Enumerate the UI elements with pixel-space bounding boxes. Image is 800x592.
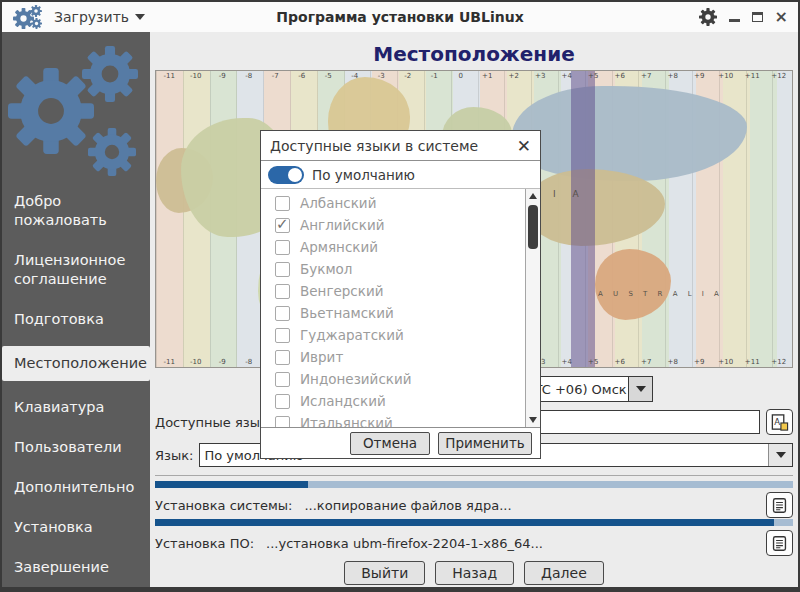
next-button[interactable]: Далее [524,561,604,585]
sidebar-item[interactable]: Подготовка [2,306,150,333]
titlebar: Загрузить Программа установки UBLinux × [2,2,798,32]
checkbox[interactable] [275,350,290,365]
dialog-title: Доступные языки в системе [270,138,478,154]
map-label-australia: A U S T R A L I A [598,290,723,298]
language-option[interactable]: Букмол [261,258,525,280]
checkbox[interactable] [275,262,290,277]
open-languages-dialog-button[interactable]: A [766,409,793,435]
sidebar-item[interactable]: Клавиатура [2,394,150,421]
language-option[interactable]: Вьетнамский [261,302,525,324]
utc-offset-label: +2 [501,72,528,80]
page-title: Местоположение [155,41,793,67]
map-land-australia [595,249,671,320]
language-option[interactable]: Албанский [261,192,525,214]
scroll-down-icon[interactable] [526,413,540,427]
map-land-russia [512,86,747,181]
sidebar: Добро пожаловатьЛицензионное соглашениеП… [2,32,150,587]
utc-offset-label: +1 [474,72,501,80]
utc-offset-label: +5 [580,358,607,366]
utc-offset-label: 0 [448,72,475,80]
separator-line [155,475,793,476]
utc-offset-label: +11 [739,358,766,366]
language-dropdown-button[interactable] [768,444,792,466]
checkbox[interactable] [275,416,290,428]
utc-offset-label: -6 [289,72,316,80]
language-option[interactable]: Итальянский [261,412,525,427]
language-list: Албанский Английский Армянский Букмол Ве… [261,189,525,427]
sidebar-item[interactable]: Завершение [2,554,150,581]
default-toggle[interactable] [268,166,304,184]
apply-button[interactable]: Применить [438,432,532,455]
utc-offset-label: -11 [156,358,183,366]
sidebar-item[interactable]: Местоположение [2,346,150,381]
scrollbar-thumb[interactable] [528,205,538,249]
sidebar-item[interactable]: Пользователи [2,434,150,461]
language-option[interactable]: Армянский [261,236,525,258]
load-menu-label: Загрузить [54,9,129,25]
svg-text:A: A [774,416,780,426]
languages-dialog: Доступные языки в системе ✕ По умолчанию… [260,130,541,459]
translate-icon: A [770,413,789,432]
selected-timezone-band [571,71,596,367]
utc-offset-label: +10 [713,72,740,80]
sidebar-item[interactable]: Лицензионное соглашение [2,247,150,293]
sidebar-item[interactable]: Установка [2,514,150,541]
software-log-button[interactable] [766,530,793,556]
utc-offset-label: +3 [527,72,554,80]
utc-offset-label: +8 [660,358,687,366]
language-option[interactable]: Индонезийский [261,368,525,390]
close-icon[interactable]: × [775,10,788,24]
utc-offset-label: -10 [183,358,210,366]
checkbox[interactable] [275,372,290,387]
utc-offset-label: +10 [713,358,740,366]
load-menu-button[interactable]: Загрузить [54,9,145,25]
exit-button[interactable]: Выйти [344,561,425,585]
dialog-scrollbar[interactable] [525,189,540,427]
utc-offset-label: +6 [607,72,634,80]
default-toggle-label: По умолчанию [312,167,415,183]
scroll-up-icon[interactable] [526,189,540,203]
checkbox[interactable] [275,328,290,343]
log-icon [771,497,788,514]
sidebar-gears-graphic [6,40,146,182]
utc-offset-label: -5 [315,72,342,80]
utc-offset-label: -10 [183,72,210,80]
utc-offset-label: +8 [660,72,687,80]
app-gears-icon [12,4,44,30]
utc-offset-label: +4 [554,358,581,366]
back-button[interactable]: Назад [435,561,514,585]
language-label: Язык: [155,448,193,463]
checkbox[interactable] [275,306,290,321]
system-log-button[interactable] [766,492,793,518]
language-option[interactable]: Исландский [261,390,525,412]
utc-offset-label: -11 [156,72,183,80]
language-option[interactable]: Гуджаратский [261,324,525,346]
language-option[interactable]: Венгерский [261,280,525,302]
sidebar-item[interactable]: Добро пожаловать [2,188,150,234]
checkbox[interactable] [275,284,290,299]
available-languages-label: Доступные языки [155,415,276,430]
utc-offset-label: +11 [739,72,766,80]
system-progress-status: ...копирование файлов ядра... [304,498,511,513]
utc-offset-label: +5 [580,72,607,80]
checkbox[interactable] [275,196,290,211]
cancel-button[interactable]: Отмена [350,432,430,455]
sidebar-item[interactable]: Дополнительно [2,474,150,501]
installer-window: Загрузить Программа установки UBLinux × … [0,0,800,592]
minimize-icon[interactable] [729,19,740,22]
checkbox[interactable] [275,218,290,233]
software-progress-bar [155,519,793,526]
utc-offset-label: +12 [766,72,793,80]
maximize-icon[interactable] [752,12,763,22]
utc-offset-label: -9 [209,358,236,366]
dialog-close-icon[interactable]: ✕ [517,138,531,154]
settings-gear-icon[interactable] [699,8,717,26]
timezone-dropdown-button[interactable] [628,377,652,401]
language-option[interactable]: Английский [261,214,525,236]
utc-offset-label: -1 [421,72,448,80]
chevron-down-icon [636,386,646,392]
checkbox[interactable] [275,394,290,409]
utc-offset-label: +6 [607,358,634,366]
checkbox[interactable] [275,240,290,255]
language-option[interactable]: Иврит [261,346,525,368]
